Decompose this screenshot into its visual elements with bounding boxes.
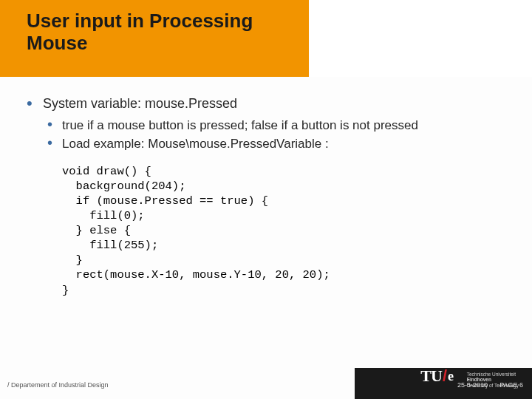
slide-title: User input in Processing Mouse [27,10,307,55]
bullet-level-2: true if a mouse button is pressed; false… [47,117,499,133]
code-block: void draw() { background(204); if (mouse… [62,164,499,298]
department-label: / Departement of Industrial Design [7,381,109,389]
footer: / Departement of Industrial Design TU / … [0,355,532,399]
logo-slash-icon: / [443,366,447,386]
uni-line-1: Technische Universiteit [467,372,519,378]
title-line-1: User input in Processing [27,10,307,33]
slide-body: System variable: mouse.Pressed true if a… [27,96,499,298]
bullet-level-2: Load example: Mouse\mouse.PressedVariabl… [47,136,499,151]
tue-logo: TU / e [420,366,454,386]
bullet-level-1: System variable: mouse.Pressed [27,96,499,112]
footer-date: 25-5-2010 [457,381,488,389]
logo-e: e [448,369,454,384]
logo-tu: TU [420,366,442,386]
footer-page: PAGE 6 [499,381,523,389]
title-line-2: Mouse [27,33,307,55]
